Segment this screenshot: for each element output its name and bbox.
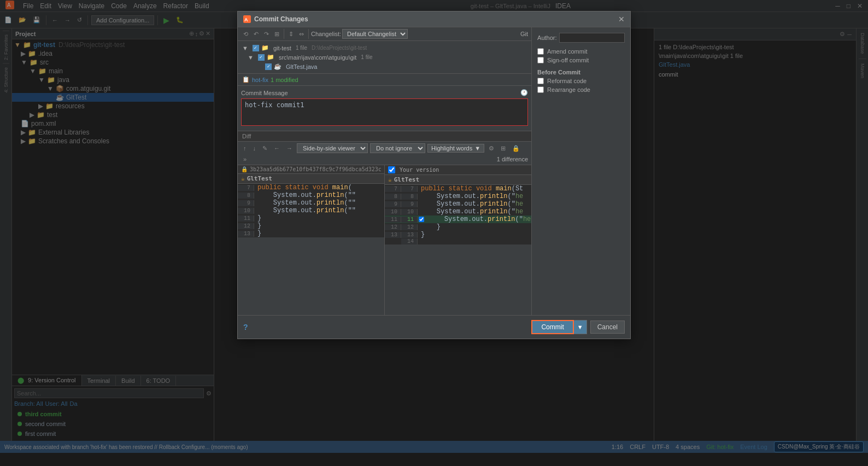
author-input[interactable] (559, 33, 625, 43)
commit-msg-input[interactable]: hot-fix commit1 (241, 98, 528, 126)
cb-src[interactable] (258, 54, 265, 61)
author-label: Author: (537, 34, 556, 41)
dlg-expand-btn[interactable]: ⇕ (286, 30, 296, 38)
amend-commit-cb[interactable] (537, 48, 544, 55)
cb-glttest[interactable] (265, 63, 272, 70)
line-content-7: public static void main( (254, 184, 352, 191)
commit-dialog: A Commit Changes ✕ ⟲ ↶ ↷ ⊞ ⇕ ⇔ (237, 11, 631, 339)
diff-left-line-11: 11 } (238, 214, 384, 222)
sign-off-label: Sign-off commit (547, 57, 589, 63)
line-num-r13l: 13 (385, 232, 401, 238)
diff-settings-btn[interactable]: ⚙ (486, 144, 496, 153)
diff-columns-btn[interactable]: ⊞ (498, 144, 508, 153)
diff-right-line-12: 12 12 } (385, 223, 531, 231)
rearrange-code-row: Rearrange code (537, 86, 625, 93)
line-num-r12l: 12 (385, 224, 401, 230)
file-tree-glttest-label: GltTest.java (286, 63, 317, 70)
line-num-r14r: 14 (401, 238, 418, 244)
diff-section-label: Diff (238, 131, 531, 142)
before-commit-title: Before Commit (537, 69, 625, 75)
diff-right-code: 7 7 public static void main(St 8 8 Syste… (385, 185, 531, 244)
file-tree-item-root[interactable]: ▼ 📁 git-test 1 file D:\IdeaProjects\git-… (240, 43, 529, 53)
cb-root[interactable] (253, 45, 259, 51)
dialog-file-tree: ▼ 📁 git-test 1 file D:\IdeaProjects\git-… (238, 41, 531, 74)
dlg-sep1 (284, 29, 284, 39)
line-num-r8r: 8 (401, 194, 418, 200)
dialog-left-panel: ⟲ ↶ ↷ ⊞ ⇕ ⇔ Changelist: Default Changeli… (238, 27, 532, 315)
file-tree-src-label: src\main\java\com\atguigu\git (279, 54, 356, 61)
diff-left-line-8: 8 System.out.println("" (238, 191, 384, 199)
cancel-btn[interactable]: Cancel (590, 321, 625, 334)
diff-ignore-select[interactable]: Do not ignore (370, 143, 425, 153)
diff-highlight-words-btn[interactable]: Highlight words ▼ (427, 144, 484, 153)
file-tree-root-label: git-test (273, 45, 291, 51)
sign-off-cb[interactable] (537, 57, 544, 63)
diff-right-filename-bar: ☕ GltTest (385, 175, 531, 185)
cb-your-version[interactable] (388, 166, 395, 173)
dlg-undo-btn[interactable]: ↶ (251, 30, 261, 38)
diff-toolbar: ↑ ↓ ✎ ← → Side-by-side viewer Do not ign… (238, 142, 531, 165)
reformat-code-row: Reformat code (537, 78, 625, 84)
line-num-13: 13 (238, 231, 254, 237)
ide-window: A File Edit View Navigate Code Analyze R… (0, 0, 868, 466)
before-commit-section: Before Commit Reformat code Rearrange co… (537, 69, 625, 93)
diff-edit-btn[interactable]: ✎ (260, 144, 269, 153)
diff-lock-btn[interactable]: 🔒 (510, 144, 522, 153)
diff-next-btn[interactable]: → (284, 144, 295, 152)
diff-pane-right-header: Your version (385, 165, 531, 175)
diff-section: Diff ↑ ↓ ✎ ← → Side-by-side viewer (238, 131, 531, 315)
diff-left-filename: GltTest (247, 175, 272, 182)
dlg-toolbar-btn1[interactable]: ⟲ (241, 30, 250, 38)
commit-submit-btn[interactable]: Commit (531, 320, 573, 334)
help-btn[interactable]: ? (243, 323, 248, 331)
diff-prev-btn[interactable]: ← (272, 144, 282, 152)
dialog-title-text: A Commit Changes (243, 15, 308, 23)
highlight-words-label: Highlight words (431, 145, 472, 152)
dlg-collapse-btn[interactable]: ⇔ (297, 30, 306, 38)
dialog-close-btn[interactable]: ✕ (618, 15, 625, 24)
sign-off-row: Sign-off commit (537, 57, 625, 63)
file-tree-src-count: 1 file (361, 54, 372, 60)
modified-count: 1 modified (271, 77, 298, 83)
diff-nav-down-btn[interactable]: ↓ (251, 144, 259, 152)
diff-nav-up-btn[interactable]: ↑ (241, 144, 249, 152)
branch-name: hot-fix (252, 77, 268, 83)
changelist-label: Changelist: (311, 31, 341, 37)
dialog-body: ⟲ ↶ ↷ ⊞ ⇕ ⇔ Changelist: Default Changeli… (238, 27, 630, 315)
rearrange-code-cb[interactable] (537, 86, 544, 93)
clock-icon[interactable]: 🕐 (520, 89, 528, 96)
cb-line-11[interactable] (419, 217, 424, 222)
diff-left-file-icon: ☕ (241, 175, 245, 182)
line-content-r11: System.out.println("he (425, 215, 531, 223)
diff-right-line-8: 8 8 System.out.println("he (385, 193, 531, 200)
dlg-group-btn[interactable]: ⊞ (272, 30, 281, 38)
commit-btn-group: Commit ▼ (531, 320, 587, 334)
reformat-code-cb[interactable] (537, 78, 544, 84)
diff-bar-label: 📋 hot-fix 1 modified (238, 74, 531, 86)
diff-pane-left-header: 🔒 3b23aa5d6b677e10fb437f8c9c7f96dbca5d32… (238, 165, 384, 174)
line-content-r10: System.out.println("he (418, 208, 523, 215)
file-tree-item-src[interactable]: ▼ 📁 src\main\java\com\atguigu\git 1 file (240, 53, 529, 62)
commit-msg-label: Commit Message 🕐 (241, 89, 528, 96)
diff-viewer-select[interactable]: Side-by-side viewer (297, 143, 368, 153)
modal-overlay: A Commit Changes ✕ ⟲ ↶ ↷ ⊞ ⇕ ⇔ (0, 0, 868, 466)
file-tree-item-glttest[interactable]: ☕ GltTest.java (240, 62, 529, 71)
diff-right-line-11: 11 11 System.out.println("he (385, 215, 531, 223)
git-label: Git (520, 31, 528, 37)
changelist-select[interactable]: Default Changelist (342, 29, 408, 39)
line-num-12: 12 (238, 223, 254, 229)
line-content-r7: public static void main(St (418, 185, 523, 193)
diff-left-filename-bar: ☕ GltTest (238, 174, 384, 184)
diff-left-line-9: 9 System.out.println("" (238, 199, 384, 207)
line-num-r11r: 11 (401, 217, 418, 223)
amend-commit-label: Amend commit (547, 48, 587, 55)
diff-more-btn[interactable]: » (241, 155, 249, 163)
line-num-7: 7 (238, 185, 254, 191)
diff-viewer: 🔒 3b23aa5d6b677e10fb437f8c9c7f96dbca5d32… (238, 165, 531, 315)
diff-left-line-13: 13 } (238, 230, 384, 237)
lock-icon-left: 🔒 (241, 166, 248, 172)
dlg-redo-btn[interactable]: ↷ (262, 30, 271, 38)
commit-dropdown-btn[interactable]: ▼ (574, 320, 587, 334)
line-num-r10r: 10 (401, 209, 418, 215)
dialog-header[interactable]: A Commit Changes ✕ (238, 11, 630, 27)
